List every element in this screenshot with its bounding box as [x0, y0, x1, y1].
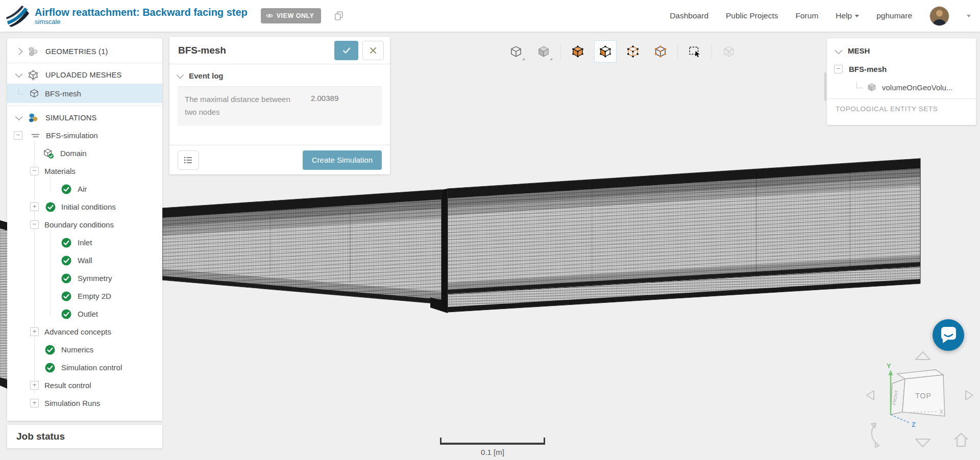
pan-left-arrow[interactable]	[867, 391, 874, 400]
sidebar-item-bfs-mesh[interactable]: BFS-mesh	[7, 84, 162, 103]
orbit-rotate-arrows[interactable]	[871, 423, 879, 447]
sidebar-item-simulation-runs[interactable]: + Simulation Runs	[7, 394, 162, 412]
sidebar-item-boundary-conditions[interactable]: − Boundary conditions	[7, 216, 162, 234]
sidebar-item-wall[interactable]: Wall	[7, 251, 162, 269]
create-simulation-button[interactable]: Create Simulation	[303, 150, 382, 170]
event-list-button[interactable]	[178, 150, 199, 170]
check-circle-icon	[61, 309, 71, 319]
surface-mesh-wireframe-button[interactable]	[594, 40, 617, 63]
chevron-down-icon[interactable]	[835, 47, 842, 54]
collapse-toggle[interactable]: +	[30, 381, 39, 390]
chevron-down-icon[interactable]	[15, 70, 22, 77]
panel-resize-handle[interactable]	[824, 72, 826, 101]
domain-check-icon	[43, 148, 54, 159]
chevron-down-icon	[855, 15, 859, 17]
box-select-button[interactable]	[683, 40, 706, 63]
close-button[interactable]	[362, 41, 384, 60]
confirm-button[interactable]	[334, 41, 358, 60]
nav-dashboard[interactable]: Dashboard	[670, 11, 708, 20]
wireframe-cube-icon	[509, 45, 523, 58]
axis-y-label: Y	[887, 362, 891, 370]
chevron-down-icon[interactable]	[15, 113, 22, 120]
surface-mesh-button[interactable]	[567, 40, 589, 63]
scene-item-label: BFS-mesh	[849, 65, 887, 73]
eye-icon	[266, 13, 273, 18]
sidebar-item-label: Empty 2D	[78, 292, 111, 300]
collapse-toggle[interactable]: +	[30, 399, 39, 407]
sidebar-item-bfs-simulation[interactable]: − BFS-simulation	[7, 126, 162, 144]
copy-project-button[interactable]	[332, 9, 346, 22]
sidebar-item-label: Simulation Runs	[44, 399, 100, 407]
scale-bar-label: 0.1 [m]	[440, 448, 545, 456]
scene-item-mesh-section[interactable]: MESH	[827, 41, 976, 60]
mesh-left-sliver	[0, 220, 7, 389]
collapse-toggle[interactable]: −	[834, 65, 843, 73]
nav-public-projects[interactable]: Public Projects	[726, 11, 778, 20]
sidebar-item-geometries[interactable]: GEOMETRIES (1)	[7, 42, 162, 60]
check-circle-icon	[61, 273, 71, 284]
sidebar-item-label: Materials	[44, 167, 76, 175]
wireframe-nodes-button[interactable]	[622, 40, 644, 63]
axis-z-label: Z	[912, 421, 916, 428]
pan-down-arrow[interactable]	[916, 439, 930, 447]
account-chevron-icon[interactable]	[967, 15, 971, 17]
collapse-toggle[interactable]: +	[30, 202, 39, 211]
collapse-toggle[interactable]: −	[30, 220, 39, 229]
collapse-toggle[interactable]: −	[14, 131, 22, 140]
scene-item-volume[interactable]: volumeOnGeoVolu...	[827, 78, 976, 96]
sidebar-item-air[interactable]: Air	[7, 180, 162, 198]
collapse-toggle[interactable]: +	[30, 327, 39, 336]
list-icon	[183, 155, 193, 165]
sidebar-item-simulations[interactable]: SIMULATIONS	[7, 109, 162, 126]
home-button[interactable]	[954, 433, 968, 446]
sidebar-item-advanced-concepts[interactable]: + Advanced concepts	[7, 323, 162, 341]
nav-help[interactable]: Help	[836, 11, 859, 20]
scene-item-bfs-mesh[interactable]: − BFS-mesh	[827, 60, 976, 78]
surface-mesh-cube-icon	[571, 45, 584, 58]
pan-right-arrow[interactable]	[966, 391, 973, 400]
toolbar-separator	[677, 44, 678, 59]
avatar[interactable]	[929, 6, 949, 26]
check-circle-icon	[61, 184, 71, 194]
tree-elbow	[18, 88, 24, 94]
collapse-toggle[interactable]: −	[30, 167, 39, 175]
cube-face-top-label[interactable]: TOP	[915, 392, 932, 400]
project-owner[interactable]: simscale	[35, 18, 248, 25]
sidebar-item-outlet[interactable]: Outlet	[7, 305, 162, 323]
event-log-section-header[interactable]: Event log	[178, 71, 382, 80]
simscale-logo[interactable]	[6, 4, 30, 28]
sidebar-item-empty-2d[interactable]: Empty 2D	[7, 287, 162, 305]
project-title[interactable]: Airflow reattachment: Backward facing st…	[35, 7, 248, 18]
nav-username[interactable]: pghumare	[876, 11, 912, 20]
sidebar-item-numerics[interactable]: Numerics	[7, 341, 162, 359]
render-wireframe-button[interactable]	[505, 40, 527, 63]
sidebar-item-label: Boundary conditions	[44, 220, 114, 229]
panel-body: Event log The maximal distance between t…	[169, 64, 390, 145]
navigation-cube[interactable]: TOP FRONT Y Z X	[862, 346, 978, 459]
sidebar-item-label: BFS-mesh	[45, 89, 81, 98]
sidebar-item-uploaded-meshes[interactable]: UPLOADED MESHES	[7, 66, 162, 84]
sidebar-item-inlet[interactable]: Inlet	[7, 234, 162, 251]
mesh-step-seam	[442, 189, 448, 312]
sidebar-item-result-control[interactable]: + Result control	[7, 376, 162, 394]
nav-forum[interactable]: Forum	[796, 11, 819, 20]
sidebar-item-simulation-control[interactable]: Simulation control	[7, 359, 162, 376]
chevron-right-icon[interactable]	[15, 47, 22, 55]
scale-bar	[440, 438, 545, 445]
sidebar-item-domain[interactable]: Domain	[7, 144, 162, 162]
simscale-app: Airflow reattachment: Backward facing st…	[0, 0, 980, 460]
view-cube[interactable]: TOP FRONT	[891, 370, 945, 416]
vertices-button[interactable]	[649, 40, 672, 63]
sidebar-item-symmetry[interactable]: Symmetry	[7, 269, 162, 287]
simulation-icon	[30, 130, 41, 141]
topological-entity-sets-label[interactable]: TOPOLOGICAL ENTITY SETS	[827, 99, 976, 113]
event-log-entry: The maximal distance between two nodes 2…	[178, 87, 382, 125]
sidebar-item-label: Symmetry	[78, 274, 112, 283]
sidebar-item-initial-conditions[interactable]: + Initial conditions	[7, 198, 162, 216]
support-chat-button[interactable]	[933, 319, 964, 351]
sidebar-item-materials[interactable]: − Materials	[7, 162, 162, 180]
check-icon	[342, 46, 351, 55]
job-status-panel[interactable]: Job status	[7, 425, 162, 448]
render-solid-button[interactable]	[532, 40, 555, 63]
pan-up-arrow[interactable]	[916, 352, 930, 360]
